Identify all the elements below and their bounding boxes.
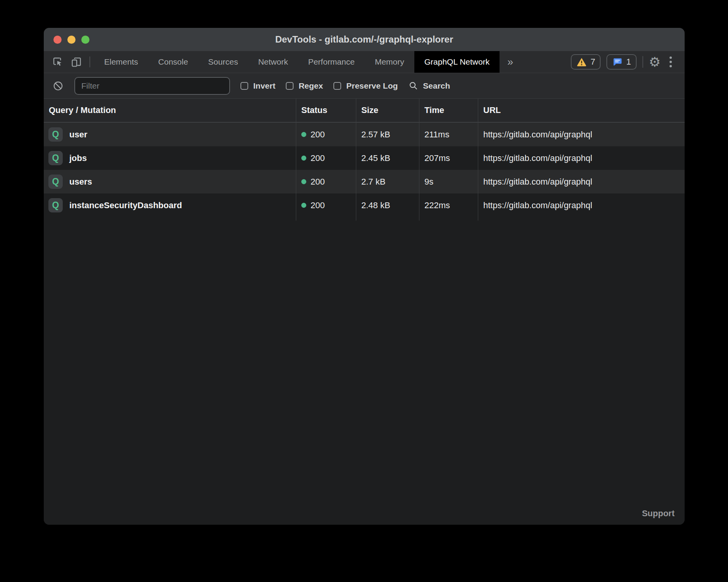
query-type-badge: Q xyxy=(48,175,63,189)
devtools-window: DevTools - gitlab.com/-/graphql-explorer… xyxy=(44,28,685,525)
request-url: https://gitlab.com/api/graphql xyxy=(478,146,685,170)
empty-results-area xyxy=(44,221,685,525)
window-controls xyxy=(53,28,89,51)
query-type-badge: Q xyxy=(48,151,63,165)
preserve-log-label: Preserve Log xyxy=(346,81,398,91)
request-url: https://gitlab.com/api/graphql xyxy=(478,193,685,217)
search-label: Search xyxy=(423,81,450,91)
column-divider-extension xyxy=(44,217,685,221)
tab-console[interactable]: Console xyxy=(148,51,198,73)
query-type-badge: Q xyxy=(48,198,63,212)
tab-network[interactable]: Network xyxy=(248,51,298,73)
message-bubble-icon xyxy=(612,56,623,67)
device-toolbar-button[interactable] xyxy=(67,51,86,73)
invert-label: Invert xyxy=(253,81,275,91)
titlebar: DevTools - gitlab.com/-/graphql-explorer xyxy=(44,28,685,51)
request-url: https://gitlab.com/api/graphql xyxy=(478,123,685,146)
query-name: user xyxy=(69,130,87,140)
inspect-cursor-icon xyxy=(52,56,64,68)
warning-count: 7 xyxy=(591,57,595,67)
response-size: 2.48 kB xyxy=(356,193,419,217)
table-row[interactable]: Q users 200 2.7 kB 9s https://gitlab.com… xyxy=(44,170,685,193)
device-toolbar-icon xyxy=(70,56,82,68)
response-time: 9s xyxy=(419,170,478,193)
invert-checkbox[interactable]: Invert xyxy=(240,81,275,91)
query-type-badge: Q xyxy=(48,127,63,142)
toolbar-separator xyxy=(89,56,90,67)
column-header-status[interactable]: Status xyxy=(296,99,356,122)
table-row[interactable]: Q user 200 2.57 kB 211ms https://gitlab.… xyxy=(44,123,685,146)
regex-checkbox[interactable]: Regex xyxy=(286,81,323,91)
issue-count: 1 xyxy=(626,57,631,67)
column-header-time[interactable]: Time xyxy=(419,99,478,122)
query-name: instanceSecurityDashboard xyxy=(69,200,182,211)
query-name: jobs xyxy=(69,153,87,163)
close-button[interactable] xyxy=(53,36,62,44)
tab-elements[interactable]: Elements xyxy=(94,51,148,73)
preserve-log-checkbox-box[interactable] xyxy=(333,82,341,90)
table-header: Query / Mutation Status Size Time URL xyxy=(44,99,685,123)
support-link[interactable]: Support xyxy=(642,508,675,519)
invert-checkbox-box[interactable] xyxy=(240,82,248,90)
window-title: DevTools - gitlab.com/-/graphql-explorer xyxy=(275,34,453,45)
response-size: 2.45 kB xyxy=(356,146,419,170)
issues-badge[interactable]: 1 xyxy=(606,54,636,70)
regex-label: Regex xyxy=(299,81,323,91)
more-options-icon[interactable] xyxy=(666,56,675,67)
network-filter-toolbar: Invert Regex Preserve Log Search xyxy=(44,73,685,99)
warnings-badge[interactable]: 7 xyxy=(571,54,601,70)
status-code: 200 xyxy=(311,130,325,140)
regex-checkbox-box[interactable] xyxy=(286,82,294,90)
controls-separator xyxy=(642,56,643,68)
status-ok-dot xyxy=(301,156,306,161)
status-code: 200 xyxy=(311,177,325,187)
inspect-element-button[interactable] xyxy=(48,51,67,73)
status-ok-dot xyxy=(301,203,306,208)
response-time: 211ms xyxy=(419,123,478,146)
response-size: 2.7 kB xyxy=(356,170,419,193)
status-code: 200 xyxy=(311,200,325,211)
tab-memory[interactable]: Memory xyxy=(365,51,414,73)
response-size: 2.57 kB xyxy=(356,123,419,146)
table-row[interactable]: Q jobs 200 2.45 kB 207ms https://gitlab.… xyxy=(44,146,685,170)
request-url: https://gitlab.com/api/graphql xyxy=(478,170,685,193)
filter-input[interactable] xyxy=(74,77,230,95)
zoom-button[interactable] xyxy=(81,36,89,44)
status-code: 200 xyxy=(311,153,325,163)
table-row[interactable]: Q instanceSecurityDashboard 200 2.48 kB … xyxy=(44,193,685,217)
tab-sources[interactable]: Sources xyxy=(198,51,248,73)
minimize-button[interactable] xyxy=(67,36,76,44)
search-button[interactable]: Search xyxy=(408,80,450,91)
tab-graphql-network[interactable]: GraphQL Network xyxy=(414,51,500,73)
response-time: 207ms xyxy=(419,146,478,170)
column-header-query-mutation[interactable]: Query / Mutation xyxy=(44,99,296,122)
tab-bar-right-controls: 7 1 ⚙ xyxy=(571,51,685,73)
tab-performance[interactable]: Performance xyxy=(298,51,365,73)
settings-gear-icon[interactable]: ⚙ xyxy=(649,55,661,68)
query-name: users xyxy=(69,177,92,187)
warning-triangle-icon xyxy=(576,56,587,67)
search-icon xyxy=(408,80,419,91)
clear-block-icon[interactable] xyxy=(52,80,64,92)
more-tabs-button[interactable]: » xyxy=(500,51,521,73)
column-header-url[interactable]: URL xyxy=(478,99,685,122)
response-time: 222ms xyxy=(419,193,478,217)
column-header-size[interactable]: Size xyxy=(356,99,419,122)
status-ok-dot xyxy=(301,132,306,137)
status-ok-dot xyxy=(301,179,306,184)
devtools-tab-bar: Elements Console Sources Network Perform… xyxy=(44,51,685,73)
preserve-log-checkbox[interactable]: Preserve Log xyxy=(333,81,398,91)
